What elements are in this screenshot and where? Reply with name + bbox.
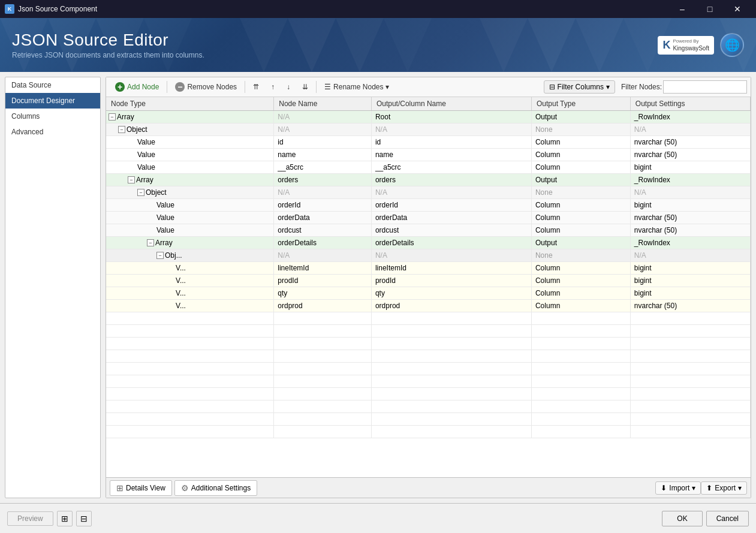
bottom-bar: ⊞ Details View ⚙ Additional Settings ⬇ I…: [106, 477, 751, 498]
toolbar-sep-1: [167, 81, 167, 93]
empty-cell: [630, 350, 750, 363]
app-icon: K: [5, 4, 14, 14]
cell-output-settings: bigint: [630, 275, 750, 287]
title-bar: K Json Source Component – □ ✕: [0, 0, 756, 18]
cell-node-type: V...: [106, 262, 274, 275]
empty-table-row: [106, 312, 751, 325]
table-row[interactable]: −ArrayN/ARootOutput_RowIndex: [106, 111, 751, 124]
move-down-button[interactable]: ↓: [281, 80, 296, 94]
table-row[interactable]: −ObjectN/AN/ANoneN/A: [106, 186, 751, 199]
collapse-button[interactable]: −: [147, 239, 154, 246]
collapse-button[interactable]: −: [137, 189, 144, 196]
cell-output-settings: _RowIndex: [630, 174, 750, 186]
cell-output-type: None: [531, 186, 630, 199]
move-down-bottom-button[interactable]: ⇊: [297, 80, 314, 94]
sidebar-item-data-source[interactable]: Data Source: [5, 77, 100, 93]
node-type-text: Object: [146, 188, 167, 197]
cell-output-settings: N/A: [630, 249, 750, 262]
node-type-text: Value: [156, 226, 174, 234]
empty-cell: [106, 338, 274, 350]
close-button[interactable]: ✕: [724, 0, 751, 18]
cell-output-col-name: orderData: [371, 212, 531, 224]
table-row[interactable]: ValueorderIdorderIdColumnbigint: [106, 199, 751, 212]
collapse-button[interactable]: −: [109, 113, 116, 121]
maximize-button[interactable]: □: [696, 0, 724, 18]
empty-cell: [371, 363, 531, 375]
cancel-button[interactable]: Cancel: [706, 511, 749, 526]
cell-output-col-name: N/A: [371, 124, 531, 136]
move-up-top-button[interactable]: ⇈: [248, 80, 264, 94]
cell-output-type: Column: [531, 136, 630, 149]
logo-name-text: KingswaySoft: [673, 45, 709, 52]
empty-table-row: [106, 388, 751, 400]
cell-node-name: N/A: [274, 124, 372, 136]
details-view-label: Details View: [126, 484, 165, 492]
cell-output-settings: bigint: [630, 287, 750, 300]
cell-output-col-name: N/A: [371, 249, 531, 262]
rename-nodes-button[interactable]: ☰ Rename Nodes ▾: [319, 80, 394, 94]
cell-node-type: V...: [106, 300, 274, 312]
table-row[interactable]: ValuenamenameColumnnvarchar (50): [106, 149, 751, 161]
table-row[interactable]: ValueorderDataorderDataColumnnvarchar (5…: [106, 212, 751, 224]
empty-table-row: [106, 400, 751, 413]
import-button[interactable]: ⬇ Import ▾: [655, 481, 701, 495]
remove-nodes-button[interactable]: − Remove Nodes: [170, 80, 242, 94]
filter-nodes-input[interactable]: [663, 80, 747, 94]
collapse-button[interactable]: −: [128, 176, 135, 183]
cell-output-settings: N/A: [630, 124, 750, 136]
table-row[interactable]: V...lineItemIdlineItemIdColumnbigint: [106, 262, 751, 275]
collapse-button[interactable]: −: [118, 126, 125, 133]
table-row[interactable]: Value__a5crc__a5crcColumnbigint: [106, 161, 751, 174]
details-view-tab[interactable]: ⊞ Details View: [110, 480, 172, 496]
header-right: K Powered By KingswaySoft 🌐: [658, 33, 744, 57]
collapse-button[interactable]: −: [156, 252, 164, 259]
empty-cell: [531, 325, 630, 338]
cell-node-type: −Array: [106, 111, 274, 124]
empty-cell: [371, 350, 531, 363]
ok-button[interactable]: OK: [662, 511, 702, 526]
col-node-name: Node Name: [274, 97, 372, 111]
empty-cell: [274, 312, 372, 325]
table-row[interactable]: ValueordcustordcustColumnnvarchar (50): [106, 224, 751, 237]
table-row[interactable]: −Obj...N/AN/ANoneN/A: [106, 249, 751, 262]
empty-cell: [371, 312, 531, 325]
table-row[interactable]: −ArrayordersordersOutput_RowIndex: [106, 174, 751, 186]
cell-output-type: Column: [531, 287, 630, 300]
table-row[interactable]: −ArrayorderDetailsorderDetailsOutput_Row…: [106, 237, 751, 249]
empty-table-row: [106, 350, 751, 363]
empty-cell: [274, 426, 372, 438]
minimize-button[interactable]: –: [668, 0, 696, 18]
filter-columns-button[interactable]: ⊟ Filter Columns ▾: [544, 80, 615, 94]
empty-cell: [106, 388, 274, 400]
toolbar: + Add Node − Remove Nodes ⇈ ↑ ↓ ⇊ ☰ Rena…: [106, 77, 751, 97]
cell-output-settings: _RowIndex: [630, 237, 750, 249]
node-type-text: Obj...: [165, 251, 182, 260]
empty-cell: [371, 338, 531, 350]
footer-right: OK Cancel: [662, 511, 749, 526]
kingsway-logo: K Powered By KingswaySoft: [658, 36, 714, 55]
sidebar-item-advanced[interactable]: Advanced: [5, 124, 100, 140]
table-row[interactable]: V...qtyqtyColumnbigint: [106, 287, 751, 300]
add-node-button[interactable]: + Add Node: [110, 80, 164, 94]
footer-icon-btn-1[interactable]: ⊞: [57, 511, 73, 526]
additional-settings-tab[interactable]: ⚙ Additional Settings: [174, 480, 257, 496]
cell-output-type: Column: [531, 300, 630, 312]
footer-icon-btn-2[interactable]: ⊟: [76, 511, 92, 526]
sidebar-item-columns[interactable]: Columns: [5, 109, 100, 124]
cell-node-name: id: [274, 136, 372, 149]
table-row[interactable]: V...prodIdprodIdColumnbigint: [106, 275, 751, 287]
cell-output-type: Column: [531, 199, 630, 212]
table-row[interactable]: V...ordprodordprodColumnnvarchar (50): [106, 300, 751, 312]
node-type-text: Value: [156, 201, 174, 209]
preview-button[interactable]: Preview: [7, 511, 53, 526]
sidebar-item-document-designer[interactable]: Document Designer: [5, 93, 100, 109]
cell-node-name: orderData: [274, 212, 372, 224]
empty-cell: [106, 350, 274, 363]
cell-output-col-name: id: [371, 136, 531, 149]
move-up-button[interactable]: ↑: [266, 80, 280, 94]
cell-output-type: Output: [531, 174, 630, 186]
cell-node-type: Value: [106, 161, 274, 174]
table-row[interactable]: −ObjectN/AN/ANoneN/A: [106, 124, 751, 136]
table-row[interactable]: ValueididColumnnvarchar (50): [106, 136, 751, 149]
export-button[interactable]: ⬆ Export ▾: [701, 481, 747, 495]
